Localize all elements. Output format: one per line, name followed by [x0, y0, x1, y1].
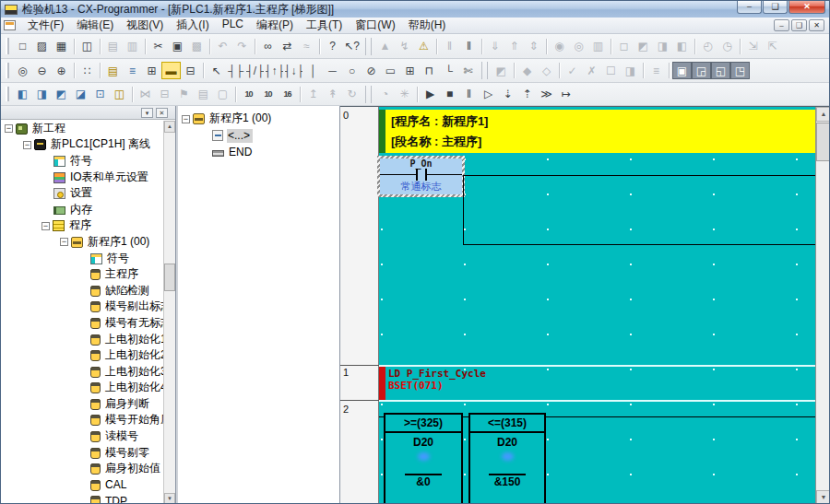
connect-line-icon[interactable]: └ [439, 62, 458, 79]
monitor-data-display-icon[interactable]: ⊟ [155, 86, 174, 103]
download-to-plc-icon[interactable]: ⇓ [485, 38, 504, 55]
project-tree-item-上电初始化2[interactable]: 上电初始化2 [1, 347, 163, 364]
select-mode-icon[interactable]: ↖ [207, 62, 226, 79]
toolbar-grip[interactable] [6, 63, 9, 79]
sim-stop-icon[interactable]: ■ [440, 86, 459, 103]
expand-collapse-icon[interactable]: − [5, 124, 13, 133]
open-file-icon[interactable]: ▨ [32, 38, 52, 55]
pause-monitor-icon[interactable]: ▥ [588, 38, 608, 55]
project-tree-item-扁身初始值[interactable]: 扁身初始值 [1, 461, 163, 477]
decimal-display-icon[interactable]: 10 [239, 86, 258, 103]
compile-program-check-icon[interactable]: ◫ [77, 38, 97, 55]
toolbar-grip[interactable] [6, 38, 9, 54]
scrollbar-thumb[interactable] [164, 264, 175, 291]
zoom-to-fit-icon[interactable]: ◎ [13, 62, 32, 79]
window-watch-icon[interactable]: ◩ [52, 86, 71, 103]
program-tree-item--[interactable]: <...> [178, 127, 339, 144]
monitor-window-4-icon[interactable]: ◳ [730, 62, 750, 79]
scrollbar-thumb[interactable] [816, 123, 830, 161]
symbol-bar-icon[interactable]: ▤ [103, 62, 123, 79]
project-tree-item-主程序[interactable]: 主程序 [1, 266, 163, 283]
project-tree-item-符号[interactable]: 符号 [1, 153, 163, 170]
workspace-menu-button[interactable]: ▾ [141, 108, 153, 118]
menu-插入I[interactable]: 插入(I) [170, 17, 215, 34]
project-tree-scrollbar[interactable]: ▲ ▼ [163, 121, 175, 504]
compare-with-plc-icon[interactable]: ⇕ [524, 38, 543, 55]
sim-step-out-icon[interactable]: ⇡ [517, 86, 537, 103]
show-rung-numbers-icon[interactable]: ⊞ [142, 62, 161, 79]
project-tree-item-模号剔出标志[interactable]: 模号剔出标志 [1, 299, 163, 316]
value-up-fast-icon[interactable]: ↟ [323, 86, 342, 103]
new-closed-coil-icon[interactable]: ⊘ [362, 62, 381, 79]
project-tree-item-模号有无标志[interactable]: 模号有无标志 [1, 315, 163, 332]
compare-instruction-block[interactable]: <=(315)D20&150 [468, 413, 546, 504]
flag-monitor-icon[interactable]: ⚑ [174, 86, 194, 103]
project-tree-item-新PLC1-CP1H-离线[interactable]: −新PLC1[CP1H] 离线 [1, 137, 163, 154]
online-edit-icon[interactable]: ↯ [395, 38, 414, 55]
menu-视图V[interactable]: 视图(V) [120, 17, 170, 34]
scroll-up-icon[interactable]: ▲ [816, 107, 830, 122]
set-bit-value-icon[interactable]: ◨ [621, 62, 640, 79]
sim-step-in-icon[interactable]: ⇣ [498, 86, 517, 103]
signed-decimal-display-icon[interactable]: 10 [258, 86, 278, 103]
new-diff-down-contact-icon[interactable]: ┤↓├ [284, 62, 303, 79]
new-coil-icon[interactable]: ○ [342, 62, 362, 79]
force-set-icon[interactable]: ✓ [563, 62, 582, 79]
window-io-comment-icon[interactable]: ◫ [110, 86, 129, 103]
clock-pulses-icon[interactable]: ◷ [717, 38, 737, 55]
new-horizontal-line-icon[interactable]: ─ [323, 62, 342, 79]
redo-icon[interactable]: ↷ [232, 38, 252, 55]
sim-continuous-step-icon[interactable]: ≫ [537, 86, 556, 103]
copy-icon[interactable]: ▣ [168, 38, 187, 55]
binocular-split-icon[interactable]: ⋈ [136, 86, 155, 103]
menu-编程P[interactable]: 编程(P) [250, 17, 300, 34]
data-trace-icon[interactable]: ⇲ [743, 38, 763, 55]
upload-from-plc-icon[interactable]: ⇑ [504, 38, 524, 55]
toggle-grid-icon[interactable]: ∷ [77, 62, 97, 79]
selected-contact-cell[interactable]: P_On 常通标志 [377, 156, 465, 197]
address-comment-icon[interactable]: ≡ [123, 62, 142, 79]
differential-monitor-icon[interactable]: ≡ [646, 62, 666, 79]
title-bar[interactable]: 检验机13 - CX-Programmer - [新PLC1.新程序1.主程序 … [1, 1, 829, 18]
force-cancel-icon[interactable]: ☐ [601, 62, 621, 79]
zoom-in-icon[interactable]: ⊕ [52, 62, 71, 79]
hex-display-icon[interactable]: 16 [278, 86, 297, 103]
print-preview-icon[interactable]: ▥ [123, 38, 142, 55]
window-cross-reference-icon[interactable]: ◪ [71, 86, 90, 103]
new-block-program-icon[interactable]: ⊓ [420, 62, 439, 79]
print-icon[interactable]: ▤ [103, 38, 123, 55]
show-comment-bars-icon[interactable]: ▬ [161, 62, 181, 79]
menu-工具T[interactable]: 工具(T) [300, 17, 349, 34]
show-rung-dividers-icon[interactable]: ⊟ [181, 62, 200, 79]
expand-collapse-icon[interactable]: − [60, 238, 68, 246]
child-restore-button[interactable]: ❑ [791, 19, 807, 31]
statement-list[interactable]: LD P_First_CycleBSET(071) [388, 368, 486, 392]
context-help-icon[interactable]: ↖? [342, 38, 362, 55]
monitor-window-1-icon[interactable]: ▣ [672, 62, 692, 79]
refresh-values-icon[interactable]: ↻ [342, 86, 362, 103]
monitor-mode-icon[interactable]: ◨ [653, 38, 672, 55]
save-icon[interactable]: ▦ [52, 38, 71, 55]
project-tree-item-缺陷检测[interactable]: 缺陷检测 [1, 283, 163, 299]
find-icon[interactable]: ∞ [258, 38, 278, 55]
clipboard-monitor-icon[interactable]: ▤ [194, 86, 213, 103]
new-file-icon[interactable]: □ [13, 38, 32, 55]
simulator-settings-icon[interactable]: ✳ [395, 86, 414, 103]
project-tree-item-CAL[interactable]: CAL [1, 477, 163, 494]
new-vertical-line-icon[interactable]: │ [303, 62, 323, 79]
pause-monitoring-icon[interactable]: ‖ [459, 38, 479, 55]
undo-icon[interactable]: ↶ [213, 38, 232, 55]
help-icon[interactable]: ? [323, 38, 342, 55]
project-tree-item-设置[interactable]: 设置 [1, 185, 163, 202]
program-mode-icon[interactable]: ◻ [614, 38, 634, 55]
new-closed-contact-icon[interactable]: ┤/├ [245, 62, 265, 79]
ladder-scrollbar[interactable]: ▲ ▼ [815, 107, 830, 504]
partial-transfer-icon[interactable]: ◇ [537, 62, 556, 79]
menu-编辑E[interactable]: 编辑(E) [70, 17, 120, 34]
scroll-up-icon[interactable]: ▲ [164, 121, 175, 133]
project-tree-item-新工程[interactable]: −新工程 [1, 121, 163, 137]
delete-line-icon[interactable]: ✄ [458, 62, 478, 79]
toolbar-grip[interactable] [6, 87, 9, 102]
monitor-window-2-icon[interactable]: ◲ [692, 62, 711, 79]
monitor-window-3-icon[interactable]: ◱ [711, 62, 730, 79]
